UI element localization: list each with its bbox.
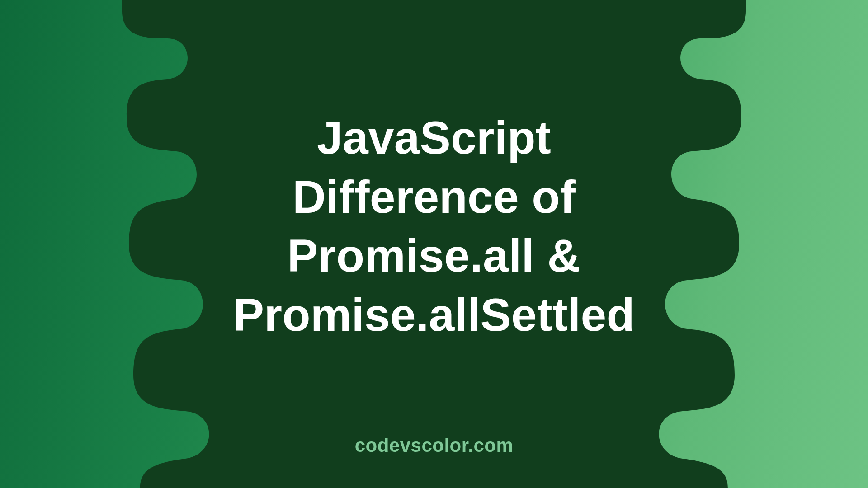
site-credit: codevscolor.com (0, 435, 868, 456)
hero-title: JavaScript Difference of Promise.all & P… (0, 108, 868, 344)
hero-card: JavaScript Difference of Promise.all & P… (0, 0, 868, 488)
